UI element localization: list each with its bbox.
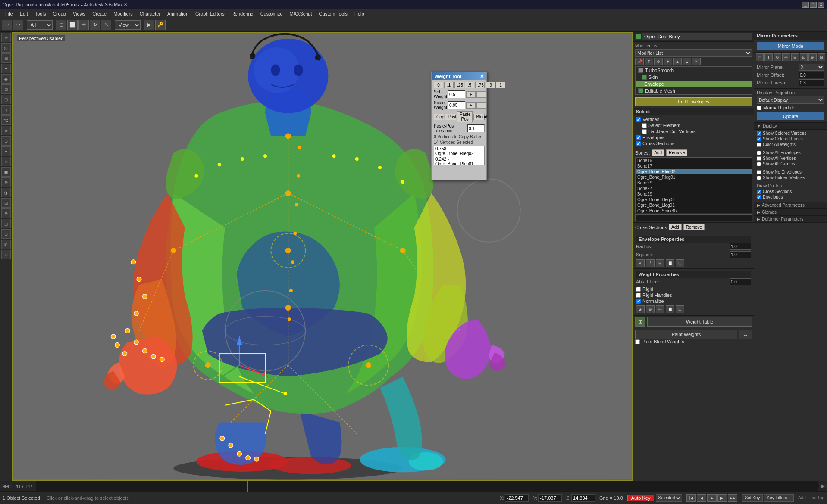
wt-btn-0[interactable]: 0 <box>434 82 443 88</box>
viewport[interactable]: Perspective/Disabled Weight Tool ✕ 0 .1 … <box>12 32 633 481</box>
menu-rendering[interactable]: Rendering <box>228 9 257 18</box>
mod-button-3[interactable]: ⊕ <box>654 58 663 65</box>
mirror-icon-4[interactable]: ◎ <box>782 53 790 61</box>
mirror-plane-select[interactable]: X Y Z <box>799 64 824 71</box>
wt-btn-1[interactable]: .1 <box>444 82 454 88</box>
set-weight-sub[interactable]: - <box>476 91 486 98</box>
bone-Rleg02[interactable]: Ogre_Bone_Rleg02 <box>636 169 752 174</box>
menu-maxscript[interactable]: MAXScript <box>286 9 316 18</box>
envelopes-check[interactable] <box>636 135 641 140</box>
bones-remove-button[interactable]: Remove <box>666 149 687 156</box>
bone-Bone29b[interactable]: Bone29 <box>636 191 752 197</box>
paste-tol-input[interactable] <box>467 124 485 132</box>
set-weight-add[interactable]: + <box>466 91 476 98</box>
scale-button[interactable]: ⤡ <box>101 20 111 30</box>
mod-item-turbosmooth[interactable]: TurboSmooth <box>636 67 752 74</box>
normalize-check[interactable] <box>636 299 641 304</box>
mod-item-editable-mesh[interactable]: Editable Mesh <box>636 87 752 94</box>
cross-sections-check[interactable] <box>636 141 641 146</box>
select-region-button[interactable]: ⬜ <box>67 20 78 30</box>
prev-key-button[interactable]: |◀ <box>686 494 696 502</box>
squash-input[interactable] <box>730 251 751 258</box>
bone-Spine07[interactable]: Ogre_Bone_Spine07 <box>636 208 752 213</box>
menu-character[interactable]: Character <box>136 9 164 18</box>
weight-bone-list[interactable]: 0.758 - Ogre_Bone_Rleg02 0.242 - Ogre_Bo… <box>434 146 485 165</box>
left-tool-15[interactable]: ⊕ <box>1 177 11 187</box>
blend-button[interactable]: Blend <box>473 114 485 120</box>
show-all-vertices-check[interactable] <box>757 156 761 161</box>
gizmos-header[interactable]: ▶ Gizmos <box>754 209 827 216</box>
left-tool-6[interactable]: ⊠ <box>1 84 11 94</box>
select-object-button[interactable]: ◻ <box>56 20 66 30</box>
paint-icon-5[interactable]: ⊡ <box>676 305 684 313</box>
left-tool-3[interactable]: ⊞ <box>1 53 11 63</box>
left-tool-19[interactable]: ◻ <box>1 219 11 228</box>
animate-button[interactable]: ▶ <box>144 20 154 30</box>
paint-icon-3[interactable]: ◎ <box>656 305 664 313</box>
auto-key-button[interactable]: Auto Key <box>627 495 655 501</box>
weight-table-button[interactable]: Weight Table <box>647 317 752 327</box>
menu-group[interactable]: Group <box>49 9 69 18</box>
show-colored-vertices-check[interactable] <box>757 131 761 136</box>
env-icon-1[interactable]: A <box>636 259 645 267</box>
close-button[interactable]: ✕ <box>818 2 824 8</box>
mirror-offset-input[interactable] <box>799 72 824 78</box>
paint-icon-2[interactable]: ⊕ <box>646 305 655 313</box>
scale-weight-add[interactable]: + <box>466 102 476 109</box>
cross-add-button[interactable]: Add <box>669 224 682 230</box>
mod-item-skin[interactable]: Skin <box>636 74 752 81</box>
left-tool-10[interactable]: ⊗ <box>1 126 11 135</box>
redo-button[interactable]: ↪ <box>13 20 23 30</box>
rotate-button[interactable]: ↻ <box>90 20 100 30</box>
paint-icon-4[interactable]: 📋 <box>666 305 674 313</box>
update-button[interactable]: Update <box>757 112 824 120</box>
left-tool-21[interactable]: ◎ <box>1 240 11 249</box>
left-tool-22[interactable]: ⊕ <box>1 250 11 259</box>
paint-weights-button[interactable]: Paint Weights <box>635 330 737 339</box>
menu-animation[interactable]: Animation <box>164 9 192 18</box>
left-tool-7[interactable]: ⊡ <box>1 95 11 104</box>
left-tool-13[interactable]: ⊜ <box>1 157 11 166</box>
bones-add-button[interactable]: Add <box>652 149 664 156</box>
left-tool-9[interactable]: ⌥ <box>1 115 11 125</box>
mod-check-skin[interactable] <box>642 75 647 80</box>
weight-tool-title[interactable]: Weight Tool ✕ <box>432 72 486 80</box>
bone-Bone19[interactable]: Bone19 <box>636 158 752 163</box>
pin-stack-button[interactable]: 📌 <box>635 58 644 65</box>
show-colored-faces-check[interactable] <box>757 137 761 141</box>
menu-create[interactable]: Create <box>89 9 110 18</box>
mirror-icon-6[interactable]: ⊡ <box>800 53 808 61</box>
left-tool-18[interactable]: ⊕ <box>1 208 11 218</box>
manual-update-check[interactable] <box>757 106 761 110</box>
advanced-params-header[interactable]: ▶ Advanced Parameters <box>754 202 827 209</box>
vertices-check[interactable] <box>636 117 641 122</box>
auto-key-dropdown[interactable]: Selected <box>656 494 682 502</box>
select-element-check[interactable] <box>642 123 647 128</box>
key-button[interactable]: 🔑 <box>155 20 166 30</box>
mod-check-turbosmooth[interactable] <box>638 68 643 73</box>
env-icon-2[interactable]: / <box>646 259 655 267</box>
menu-customize[interactable]: Customize <box>257 9 286 18</box>
viewport-dropdown[interactable]: View <box>115 20 141 30</box>
cross-sections-draw-check[interactable] <box>757 190 761 194</box>
toggle-button[interactable]: T <box>645 58 653 65</box>
wt-btn-9[interactable]: .9 <box>486 82 495 88</box>
wt-btn-1-full[interactable]: 1 <box>496 82 505 88</box>
mirror-icon-5[interactable]: ⊞ <box>791 53 799 61</box>
mirror-icon-3[interactable]: ⊙ <box>774 53 781 61</box>
show-all-envelopes-check[interactable] <box>757 151 761 155</box>
deformer-params-header[interactable]: ▶ Deformer Parameters <box>754 216 827 223</box>
mirror-mode-button[interactable]: Mirror Mode <box>757 42 824 50</box>
bone-Lleg01[interactable]: Ogre_Bone_Lleg01 <box>636 202 752 208</box>
wt-btn-75[interactable]: .75 <box>475 82 485 88</box>
bone-Bone29[interactable]: Bone29 <box>636 180 752 186</box>
maximize-button[interactable]: □ <box>810 2 817 8</box>
left-tool-20[interactable]: ⊙ <box>1 229 11 239</box>
mirror-icon-2[interactable]: T <box>764 53 772 61</box>
left-tool-2[interactable]: ◎ <box>1 43 11 53</box>
show-hidden-vertices-check[interactable] <box>757 176 761 180</box>
mod-check-editable-mesh[interactable] <box>638 88 643 93</box>
mod-button-5[interactable]: ▲ <box>673 58 682 65</box>
scale-weight-sub[interactable]: - <box>476 102 486 109</box>
left-tool-8[interactable]: ≋ <box>1 105 11 115</box>
